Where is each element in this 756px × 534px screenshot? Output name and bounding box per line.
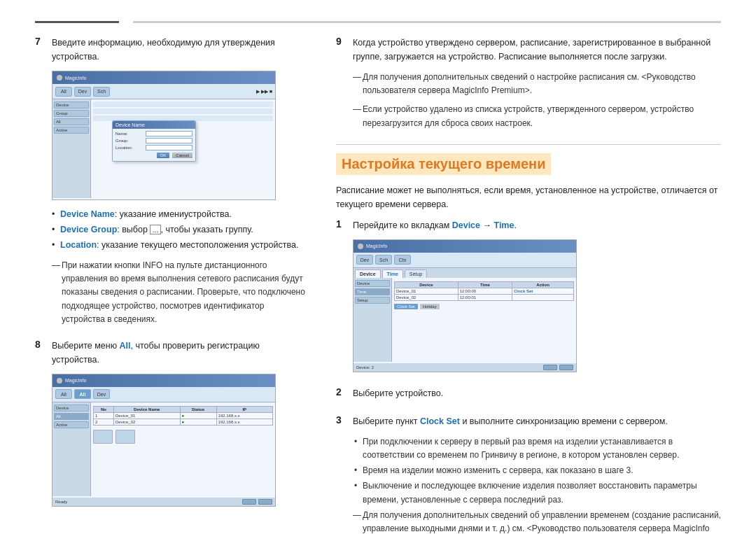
ss1-btn2: Dev <box>74 87 91 97</box>
device-name-text: : указание имениустройства. <box>115 209 232 219</box>
section-7-bullets: Device Name: указание имениустройства. D… <box>52 207 308 252</box>
ss3-action-btns: Clock Set Holiday <box>394 304 574 309</box>
ss2-cell6: Device_02 <box>114 419 181 425</box>
ss3-th3: Action <box>512 281 573 288</box>
right-column: 9 Когда устройство утверждено сервером, … <box>336 36 721 534</box>
ss1-sidebar-item1: Device <box>54 101 89 108</box>
step-3-after: и выполните синхронизацию времени с серв… <box>460 416 668 426</box>
ss3-table: Device Time Action Device_01 12:00:00 Cl… <box>394 281 574 301</box>
ss2-cell8: 192.168.x.x <box>216 419 272 425</box>
step-1-text-after: . <box>514 220 516 230</box>
step-9-number: 9 <box>336 36 347 136</box>
ss2-title: MagicInfo <box>65 378 86 383</box>
ss2-thumbnails <box>93 430 273 444</box>
ss1-row1 <box>93 101 273 107</box>
ss3-clock-set-btn: Clock Set <box>394 304 418 309</box>
section-7: 7 Введите информацию, необходимую для ут… <box>35 36 308 332</box>
section-9: 9 Когда устройство утверждено сервером, … <box>336 36 721 136</box>
screenshot-2-inner: MagicInfo All All Dev Device <box>52 374 275 506</box>
step-1-text: Перейдите ко вкладкам Device → Time. <box>353 218 721 232</box>
ss2-table: No Device Name Status IP 1 Device_01 <box>93 406 273 426</box>
ss2-sidebar1: Device <box>54 405 89 412</box>
ss3-sidebar1: Device <box>355 280 390 287</box>
ss2-thumb1 <box>93 430 113 444</box>
screenshot-1-inner: MagicInfo All Dev Sch ▶ ▶▶ ■ <box>52 71 275 199</box>
note-bottom: Для получения дополнительных сведений об… <box>353 509 721 534</box>
left-column: 7 Введите информацию, необходимую для ут… <box>35 36 308 534</box>
ss3-th1: Device <box>395 281 458 288</box>
ss3-sidebar-time: Time <box>355 288 390 295</box>
ss2-status-btns <box>242 499 272 505</box>
ss3-nav-tabs: Device Time Setup <box>354 268 576 278</box>
step-9-note1: Для получения дополнительных сведений о … <box>353 71 721 97</box>
ss2-main: No Device Name Status IP 1 Device_01 <box>91 402 275 496</box>
ss3-cell6 <box>512 294 573 300</box>
ss2-cell1: 1 <box>94 412 114 419</box>
step-9-content: Когда устройство утверждено сервером, ра… <box>353 36 721 136</box>
step-1-content: Перейдите ко вкладкам Device → Time. Mag… <box>353 218 721 379</box>
clock-set-link: Clock Set <box>420 416 460 426</box>
step-1-number: 1 <box>336 218 347 379</box>
ss3-statusbar: Device: 2 <box>354 363 576 372</box>
ss2-sidebar: Device All Active <box>52 402 91 496</box>
ss1-title: MagicInfo <box>65 76 86 80</box>
all-link: All <box>120 341 131 351</box>
ss3-sidebar: Device Time Setup <box>354 278 392 362</box>
step-7-text: Введите информацию, необходимую для утве… <box>52 36 308 64</box>
ss1-dialog-row1: Name: <box>115 131 192 136</box>
ss1-cancel-btn[interactable]: Cancel <box>172 153 192 158</box>
step-3: 3 Выберите пункт Clock Set и выполните с… <box>336 414 721 534</box>
ss3-cell5: 12:00:01 <box>458 294 512 300</box>
screenshot-3: MagicInfo Dev Sch Ctn Device <box>353 239 577 372</box>
ss1-dialog-row3: Location: <box>115 145 192 150</box>
ss3-prev <box>543 365 557 370</box>
ss2-th4: IP <box>216 406 272 412</box>
ss2-btn-all-active: All <box>74 389 91 399</box>
ss2-cell5: 2 <box>94 419 114 425</box>
ss3-th2: Time <box>458 281 512 288</box>
ss3-tab-device: Device <box>355 269 381 278</box>
ss2-btn-right <box>258 499 272 505</box>
ss2-th1: No <box>94 406 114 412</box>
step-7-content: Введите информацию, необходимую для утве… <box>52 36 308 332</box>
ss1-dialog-row2: Group: <box>115 138 192 143</box>
ss3-cell1: Device_01 <box>395 288 458 294</box>
ss2-sidebar3: Active <box>54 421 89 428</box>
screenshot-3-inner: MagicInfo Dev Sch Ctn Device <box>354 240 576 372</box>
location-text: : указание текущего местоположения устро… <box>97 240 298 250</box>
ss2-toolbar: All All Dev <box>52 387 275 402</box>
ss1-body: Device Group All Active <box>52 99 275 198</box>
section-7-note: При нажатии кнопки INFO на пульте дистан… <box>52 259 308 326</box>
ss1-dot <box>57 75 62 80</box>
heading-note: Расписание может не выполняться, если вр… <box>336 183 721 211</box>
section-8: 8 Выберите меню All, чтобы проверить рег… <box>35 339 308 514</box>
ss1-toolbar: All Dev Sch ▶ ▶▶ ■ <box>52 84 275 99</box>
ss3-btn2: Sch <box>375 255 392 265</box>
step-9-note2: Если устройство удалено из списка устрой… <box>353 103 721 129</box>
light-bar <box>133 21 721 23</box>
bullet-device-group: Device Group: выбор ..., чтобы указать г… <box>52 223 308 237</box>
screenshot-2: MagicInfo All All Dev Device <box>52 374 276 507</box>
ss1-sidebar-item4: Active <box>54 127 89 134</box>
ss3-table-header: Device Time Action <box>395 281 574 288</box>
ss3-toolbar: Dev Sch Ctn <box>354 253 576 268</box>
ss2-btn3: Dev <box>93 389 110 399</box>
ss3-cell4: Device_02 <box>395 294 458 300</box>
sub-bullet-1: При подключении к серверу в первый раз в… <box>353 435 721 462</box>
ss3-sidebar3: Setup <box>355 297 390 304</box>
ss3-row2: Device_02 12:00:01 <box>395 294 574 300</box>
ss2-sidebar-all: All <box>54 413 89 420</box>
ss2-btn-left <box>242 499 256 505</box>
ss2-body: Device All Active No Device Name <box>52 402 275 496</box>
ss2-titlebar: MagicInfo <box>52 374 275 387</box>
ss2-status-text: Ready <box>55 500 67 504</box>
device-tab-link: Device <box>452 220 480 230</box>
location-label: Location <box>60 240 97 250</box>
ss1-row2 <box>93 108 273 114</box>
divider <box>336 144 721 145</box>
ss3-body: Device Time Setup Device Time <box>354 278 576 362</box>
ss1-ok-btn[interactable]: OK <box>157 153 170 158</box>
ss3-cell2: 12:00:00 <box>458 288 512 294</box>
ss2-row2: 2 Device_02 ● 192.168.x.x <box>94 419 273 425</box>
device-group-label: Device Group <box>60 225 117 234</box>
